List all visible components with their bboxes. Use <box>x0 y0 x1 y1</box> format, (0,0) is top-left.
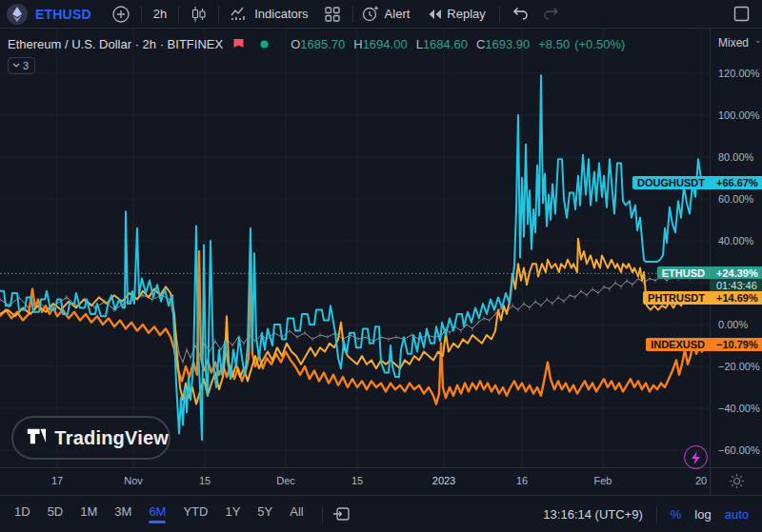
price-tick-label: 0.00% <box>718 319 748 330</box>
symbol-button[interactable]: ETHUSD <box>35 7 91 22</box>
range-button-1d[interactable]: 1D <box>6 502 39 525</box>
chevron-down-icon <box>12 63 20 69</box>
price-tick-label: −40.00% <box>718 403 760 414</box>
log-scale-button[interactable]: log <box>694 507 711 522</box>
price-tick-label: −60.00% <box>718 444 760 456</box>
range-button-5d[interactable]: 5D <box>39 502 72 525</box>
market-status-dot-icon <box>260 40 269 49</box>
price-tick-label: 100.00% <box>718 109 759 121</box>
objects-count: 3 <box>23 60 29 71</box>
chart-canvas[interactable] <box>0 29 710 467</box>
top-toolbar: ETHUSD 2h Indicators Alert Replay <box>0 0 762 29</box>
price-tick-label: 20.00% <box>718 277 753 288</box>
price-tick-label: −20.00% <box>718 361 760 372</box>
time-tick-label: Dec <box>276 475 295 486</box>
undo-icon[interactable] <box>511 8 529 21</box>
time-tick-label: Nov <box>124 475 143 486</box>
range-button-5y[interactable]: 5Y <box>249 502 281 525</box>
layout-grid-icon[interactable] <box>324 6 341 23</box>
tradingview-mark-icon <box>27 428 46 447</box>
fullscreen-icon[interactable] <box>733 6 750 22</box>
symbol-info-row: Ethereum / U.S. Dollar · 2h · BITFINEX O… <box>8 36 625 51</box>
range-button-all[interactable]: All <box>281 502 311 525</box>
price-tick-label: 40.00% <box>718 235 753 246</box>
range-button-3m[interactable]: 3M <box>106 502 140 525</box>
alert-button[interactable]: Alert <box>385 7 411 21</box>
go-to-date-icon[interactable] <box>332 506 350 522</box>
time-tick-label: 15 <box>351 475 363 486</box>
time-axis[interactable]: 17Nov15Dec15202316Feb20 <box>0 467 762 495</box>
ohlc-values: O1685.70 H1694.00 L1684.60 C1693.90 +8.5… <box>282 37 625 51</box>
settings-gear-icon[interactable] <box>729 473 745 489</box>
indicators-button[interactable]: Indicators <box>254 7 308 21</box>
objects-tree-badge[interactable]: 3 <box>8 57 35 74</box>
ethereum-logo-icon <box>7 4 28 25</box>
range-button-1m[interactable]: 1M <box>71 502 106 525</box>
replay-icon[interactable] <box>427 8 442 21</box>
time-tick-label: 16 <box>516 475 528 486</box>
range-button-1y[interactable]: 1Y <box>216 502 249 525</box>
clock[interactable]: 13:16:14 (UTC+9) <box>543 507 642 522</box>
flag-icon[interactable] <box>232 38 245 50</box>
price-axis[interactable]: Mixed⌄ 120.00%100.00%80.00%60.00%40.00%2… <box>710 29 762 467</box>
range-button-ytd[interactable]: YTD <box>174 502 216 525</box>
alert-clock-icon[interactable] <box>361 5 379 23</box>
price-tick-label: 80.00% <box>718 151 753 163</box>
time-tick-label: 2023 <box>432 475 455 486</box>
compare-add-icon[interactable] <box>112 6 130 23</box>
time-tick-label: 20 <box>695 475 707 486</box>
tradingview-wordmark: TradingView <box>54 427 169 449</box>
date-ranges: 1D5D1M3M6MYTD1Y5YAll <box>0 502 350 525</box>
price-axis-mode[interactable]: Mixed <box>718 36 749 49</box>
price-tick-label: 60.00% <box>718 193 753 205</box>
chart-title[interactable]: Ethereum / U.S. Dollar · 2h · BITFINEX <box>8 37 223 51</box>
redo-icon[interactable] <box>543 8 560 21</box>
range-button-6m[interactable]: 6M <box>140 502 174 525</box>
percent-scale-button[interactable]: % <box>671 507 682 522</box>
time-tick-label: 15 <box>199 475 211 486</box>
time-tick-label: 17 <box>51 475 63 486</box>
indicators-icon[interactable] <box>230 6 249 23</box>
bottom-toolbar: 1D5D1M3M6MYTD1Y5YAll 13:16:14 (UTC+9) % … <box>0 495 762 532</box>
price-tick-label: 120.00% <box>718 68 759 79</box>
time-tick-label: Feb <box>594 475 612 486</box>
boost-lightning-icon[interactable] <box>684 445 708 469</box>
replay-button[interactable]: Replay <box>447 7 485 21</box>
tradingview-logo[interactable]: TradingView <box>11 416 170 460</box>
auto-scale-button[interactable]: auto <box>725 507 749 522</box>
timeframe-button[interactable]: 2h <box>153 7 167 21</box>
candles-style-icon[interactable] <box>190 5 208 24</box>
